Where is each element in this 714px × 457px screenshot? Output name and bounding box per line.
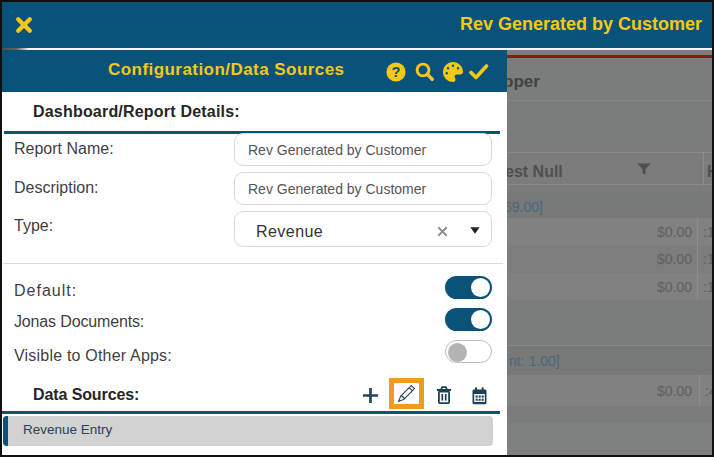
svg-text:?: ? xyxy=(392,64,401,80)
